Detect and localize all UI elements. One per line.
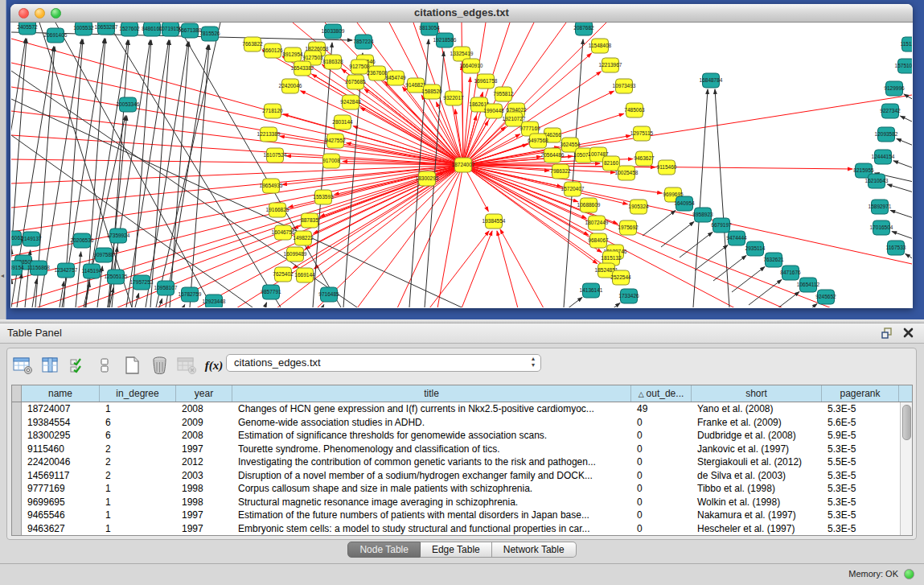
- network-node[interactable]: 1527602: [119, 23, 140, 36]
- table-selector-dropdown[interactable]: citations_edges.txt ▴▾: [226, 354, 541, 372]
- table-cell[interactable]: Dudbridge et al. (2008): [692, 429, 822, 443]
- node-table[interactable]: namein_degreeyeartitle△out_de...shortpag…: [11, 385, 913, 536]
- table-cell[interactable]: Embryonic stem cells: a model to study s…: [232, 522, 631, 536]
- network-node[interactable]: 10958107: [154, 281, 178, 295]
- table-cell[interactable]: 0: [631, 429, 692, 443]
- table-cell[interactable]: 9463627: [22, 522, 100, 536]
- table-cell[interactable]: Tibbo et al. (1998): [692, 482, 822, 496]
- scrollbar-thumb[interactable]: [902, 405, 911, 440]
- network-node[interactable]: 7485063: [624, 103, 645, 117]
- table-cell[interactable]: 2009: [176, 416, 232, 430]
- close-icon[interactable]: [902, 327, 914, 339]
- column-header-short[interactable]: short: [692, 385, 822, 402]
- table-cell[interactable]: 5.3E-5: [822, 482, 899, 496]
- table-row[interactable]: 977716911998Corpus callosum shape and si…: [12, 482, 900, 496]
- network-node[interactable]: 18724007: [452, 158, 475, 172]
- network-node[interactable]: 10688609: [577, 198, 601, 212]
- network-canvas[interactable]: 1872400776638228660126891295418226058912…: [11, 23, 912, 307]
- table-cell[interactable]: Yano et al. (2008): [692, 402, 822, 416]
- network-node[interactable]: 19218586: [433, 33, 457, 47]
- network-node[interactable]: 9115460: [657, 160, 677, 175]
- network-node[interactable]: 19384554: [483, 214, 506, 229]
- table-cell[interactable]: 0: [631, 455, 692, 469]
- network-node[interactable]: 887835: [301, 213, 318, 228]
- network-node[interactable]: 8471676: [780, 266, 801, 280]
- network-node[interactable]: 8912954: [282, 47, 303, 62]
- table-cell[interactable]: 1997: [176, 443, 232, 456]
- table-cell[interactable]: Jankovic et al. (1997): [692, 443, 822, 456]
- table-cell[interactable]: Tourette syndrome. Phenomenology and cla…: [232, 443, 631, 456]
- network-node[interactable]: 1905324: [628, 200, 649, 214]
- table-cell[interactable]: Estimation of significance thresholds fo…: [232, 429, 631, 443]
- network-node[interactable]: 8958923: [692, 208, 713, 222]
- table-cell[interactable]: 2003: [176, 469, 232, 483]
- network-node[interactable]: 1669144: [294, 268, 315, 282]
- network-node[interactable]: 16848784: [700, 73, 723, 88]
- table-cell[interactable]: 0: [631, 496, 692, 509]
- table-cell[interactable]: Disruption of a novel member of a sodium…: [232, 469, 631, 483]
- network-node[interactable]: 20564486: [541, 148, 565, 163]
- table-cell[interactable]: Estimation of the future numbers of pati…: [232, 509, 631, 522]
- table-row[interactable]: 911546021997Tourette syndrome. Phenomeno…: [12, 443, 900, 456]
- network-node[interactable]: 16046756: [272, 225, 295, 240]
- table-cell[interactable]: 1: [100, 402, 176, 416]
- network-node[interactable]: 2405572: [17, 23, 38, 35]
- new-document-icon[interactable]: [121, 356, 142, 375]
- float-window-icon[interactable]: [881, 327, 893, 340]
- network-node[interactable]: 16033809: [322, 24, 345, 39]
- table-cell[interactable]: Stergiakouli et al. (2012): [692, 455, 822, 469]
- network-node[interactable]: 1975692: [618, 220, 639, 235]
- table-cell[interactable]: 9699695: [22, 496, 100, 509]
- network-node[interactable]: 1990448: [483, 104, 504, 118]
- table-cell[interactable]: 1998: [176, 482, 232, 496]
- network-node[interactable]: 2149137: [21, 232, 42, 246]
- network-node[interactable]: 22420046: [279, 79, 302, 93]
- table-cell[interactable]: 18300295: [22, 429, 100, 443]
- network-node[interactable]: 19654935: [260, 179, 283, 193]
- table-cell[interactable]: 2008: [176, 402, 232, 416]
- network-node[interactable]: 16640910: [460, 59, 483, 73]
- network-node[interactable]: 9427552: [325, 134, 346, 148]
- column-checks-icon[interactable]: [67, 356, 88, 375]
- network-node[interactable]: 11156868: [27, 261, 50, 275]
- table-cell[interactable]: 6: [100, 416, 176, 430]
- table-settings-icon[interactable]: [12, 356, 33, 375]
- show-columns-icon[interactable]: [39, 356, 60, 375]
- network-node[interactable]: 8186328: [322, 55, 343, 69]
- network-node[interactable]: 9129996: [884, 81, 905, 96]
- network-node[interactable]: 9684067: [588, 233, 609, 248]
- table-cell[interactable]: 2: [100, 469, 176, 483]
- column-header-name[interactable]: name: [22, 385, 100, 402]
- network-node[interactable]: 16107524: [264, 148, 287, 163]
- network-node[interactable]: 12923448: [203, 295, 226, 307]
- vertical-scrollbar[interactable]: [900, 402, 912, 535]
- network-node[interactable]: 7986322: [550, 164, 571, 179]
- table-row[interactable]: 1456911722003Disruption of a novel membe…: [12, 469, 900, 483]
- table-cell[interactable]: 5.3E-5: [822, 509, 899, 522]
- network-node[interactable]: 9474444: [726, 231, 747, 245]
- table-cell[interactable]: Structural magnetic resonance image aver…: [232, 496, 631, 509]
- table-cell[interactable]: 14569117: [22, 469, 100, 483]
- table-cell[interactable]: 0: [631, 509, 692, 522]
- network-node[interactable]: 8813054: [419, 23, 440, 35]
- memory-status-icon[interactable]: [904, 569, 914, 579]
- table-cell[interactable]: 2012: [176, 455, 232, 469]
- table-cell[interactable]: 0: [631, 469, 692, 483]
- table-cell[interactable]: 0: [631, 522, 692, 536]
- table-row[interactable]: 1830029562008Estimation of significance …: [12, 429, 900, 443]
- table-cell[interactable]: 22420046: [22, 455, 100, 469]
- table-row[interactable]: 2242004622012Investigating the contribut…: [12, 455, 900, 469]
- network-node[interactable]: 17957253: [130, 275, 154, 290]
- table-cell[interactable]: 5.3E-5: [822, 496, 899, 509]
- table-cell[interactable]: 1998: [176, 496, 232, 509]
- delete-icon[interactable]: [149, 356, 170, 375]
- network-node[interactable]: 9463627: [634, 151, 655, 166]
- network-node[interactable]: 7857224: [353, 35, 374, 49]
- network-node[interactable]: 10653287: [95, 23, 118, 35]
- network-node[interactable]: 12342757: [55, 263, 78, 278]
- network-node[interactable]: 10025458: [615, 166, 639, 180]
- network-node[interactable]: 15751074: [895, 59, 912, 73]
- table-cell[interactable]: 2: [100, 455, 176, 469]
- network-node[interactable]: 12213389: [257, 127, 281, 142]
- network-node[interactable]: 20691406: [44, 28, 68, 43]
